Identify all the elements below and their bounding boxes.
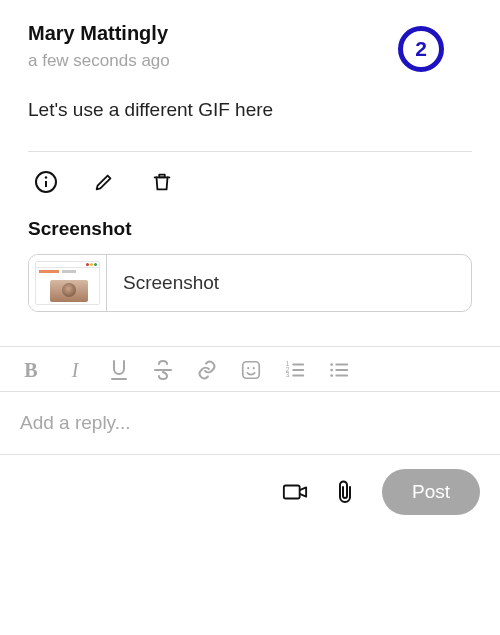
comment-header: Mary Mattingly a few seconds ago 2	[28, 0, 472, 71]
svg-point-1	[45, 176, 47, 178]
emoji-icon[interactable]	[240, 359, 262, 381]
bold-button[interactable]: B	[20, 359, 42, 381]
link-icon[interactable]	[196, 359, 218, 381]
svg-point-19	[330, 374, 333, 377]
attachment-thumbnail	[29, 255, 107, 311]
attachment-label: Screenshot	[107, 255, 471, 311]
svg-text:3: 3	[286, 371, 290, 378]
delete-icon[interactable]	[150, 170, 174, 194]
underline-button[interactable]	[108, 359, 130, 381]
bullet-list-icon[interactable]	[328, 359, 350, 381]
format-toolbar: B I	[0, 347, 500, 392]
reply-bottom-bar: Post	[0, 454, 500, 529]
svg-rect-5	[243, 362, 260, 379]
svg-point-6	[247, 367, 249, 369]
svg-point-17	[330, 363, 333, 366]
attachment-card[interactable]: Screenshot	[28, 254, 472, 312]
numbered-list-icon[interactable]: 1 2 3	[284, 359, 306, 381]
svg-point-7	[253, 367, 255, 369]
comment-count-badge[interactable]: 2	[398, 26, 444, 72]
attachment-section-title: Screenshot	[28, 218, 472, 240]
reply-section: B I	[0, 346, 500, 529]
comment-actions	[28, 152, 472, 194]
attachment-icon[interactable]	[332, 479, 358, 505]
strikethrough-button[interactable]	[152, 359, 174, 381]
svg-rect-20	[284, 486, 300, 499]
post-button[interactable]: Post	[382, 469, 480, 515]
edit-icon[interactable]	[92, 170, 116, 194]
video-icon[interactable]	[282, 479, 308, 505]
comment-body: Let's use a different GIF here	[28, 99, 472, 121]
italic-button[interactable]: I	[64, 359, 86, 381]
svg-point-18	[330, 369, 333, 372]
reply-input[interactable]	[0, 392, 500, 454]
info-icon[interactable]	[34, 170, 58, 194]
